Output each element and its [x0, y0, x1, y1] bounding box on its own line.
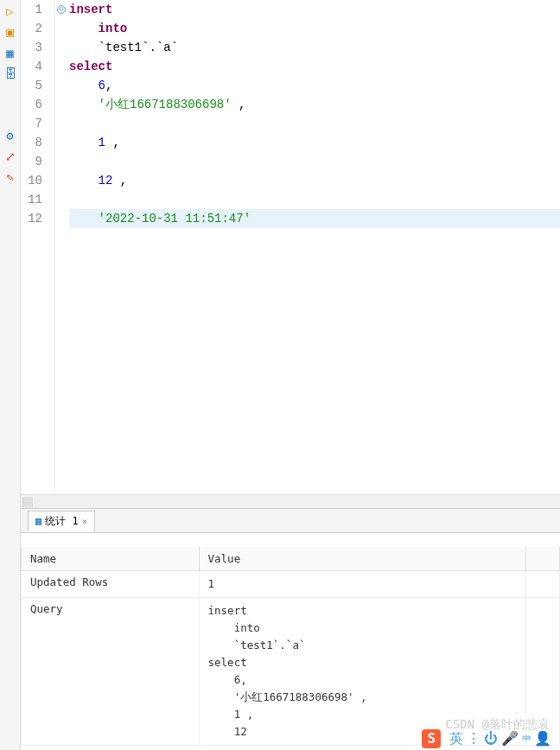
table-row[interactable]: Updated Rows1 — [22, 571, 560, 598]
cn-icon[interactable]: 英 — [449, 730, 463, 747]
code-line[interactable]: insert — [69, 0, 560, 19]
keyboard-icon[interactable]: ⌨ — [522, 730, 531, 747]
code-line[interactable]: 6, — [69, 76, 560, 95]
line-number: 4 — [21, 57, 49, 76]
line-number: 10 — [21, 171, 49, 190]
code-line[interactable] — [69, 152, 560, 171]
results-tab[interactable]: ▦ 统计 1 × — [28, 511, 95, 531]
cell-name: Query — [22, 598, 200, 746]
cell-value: 1 — [199, 571, 526, 598]
code-line[interactable]: into — [69, 19, 560, 38]
system-tray: S 英⋮⏻🎤⌨👤 — [422, 729, 551, 748]
horizontal-scrollbar[interactable] — [21, 494, 560, 508]
stop-icon[interactable]: ▣ — [3, 24, 18, 40]
code-line[interactable]: `test1`.`a` — [69, 38, 560, 57]
close-icon[interactable]: × — [82, 516, 88, 527]
code-line[interactable] — [69, 114, 560, 133]
code-line[interactable] — [69, 190, 560, 209]
code-line[interactable]: '2022-10-31 11:51:47' — [69, 209, 560, 228]
left-toolbar: ▷▣▦🗄 ⚙⤢✎ — [0, 0, 21, 750]
code-line[interactable]: 1 , — [69, 133, 560, 152]
expand-icon[interactable]: ⤢ — [3, 149, 18, 164]
line-number: 1 — [21, 0, 49, 19]
line-gutter: ⊖ 123456789101112 — [21, 0, 55, 494]
results-grid[interactable]: Name Value Updated Rows1Queryinsert into… — [21, 547, 560, 750]
table-row[interactable]: Queryinsert into `test1`.`a` select 6, '… — [22, 598, 560, 746]
mic-icon[interactable]: 🎤 — [501, 730, 519, 747]
grid-icon: ▦ — [35, 515, 41, 527]
results-panel: ▦ 统计 1 × Name Value Updated Rows1Queryin — [21, 508, 560, 750]
person-icon[interactable]: 👤 — [534, 730, 551, 747]
db-icon[interactable]: 🗄 — [3, 66, 18, 81]
edit-icon[interactable]: ✎ — [3, 169, 18, 185]
col-blank-header — [526, 547, 560, 571]
results-tab-bar: ▦ 统计 1 × — [21, 509, 560, 533]
code-content[interactable]: insert into `test1`.`a`select 6, '小红1667… — [55, 0, 560, 494]
col-name-header[interactable]: Name — [22, 547, 200, 571]
blank2[interactable] — [3, 107, 18, 123]
grid-icon[interactable]: ▦ — [3, 45, 18, 60]
code-line[interactable]: select — [69, 57, 560, 76]
code-line[interactable]: '小红1667188306698' , — [69, 95, 560, 114]
triangle-icon[interactable]: ▷ — [3, 3, 18, 19]
line-number: 8 — [21, 133, 49, 152]
blank1[interactable] — [3, 86, 18, 102]
line-number: 2 — [21, 19, 49, 38]
line-number: 3 — [21, 38, 49, 57]
line-number: 7 — [21, 114, 49, 133]
line-number: 5 — [21, 76, 49, 95]
sogou-icon[interactable]: S — [422, 729, 441, 748]
power-icon[interactable]: ⏻ — [484, 730, 498, 747]
code-line[interactable]: 12 , — [69, 171, 560, 190]
line-number: 11 — [21, 190, 49, 209]
line-number: 6 — [21, 95, 49, 114]
gear-icon[interactable]: ⚙ — [3, 128, 18, 143]
results-tab-label: 统计 1 — [45, 514, 78, 529]
line-number: 9 — [21, 152, 49, 171]
editor-panel: ⊖ 123456789101112 insert into `test1`.`a… — [21, 0, 560, 508]
line-number: 12 — [21, 209, 49, 228]
cell-name: Updated Rows — [22, 571, 200, 598]
code-editor[interactable]: ⊖ 123456789101112 insert into `test1`.`a… — [21, 0, 560, 494]
col-value-header[interactable]: Value — [199, 547, 526, 571]
dots-icon[interactable]: ⋮ — [467, 730, 480, 747]
fold-toggle-icon[interactable]: ⊖ — [57, 5, 66, 14]
cell-value: insert into `test1`.`a` select 6, '小红166… — [199, 598, 526, 746]
